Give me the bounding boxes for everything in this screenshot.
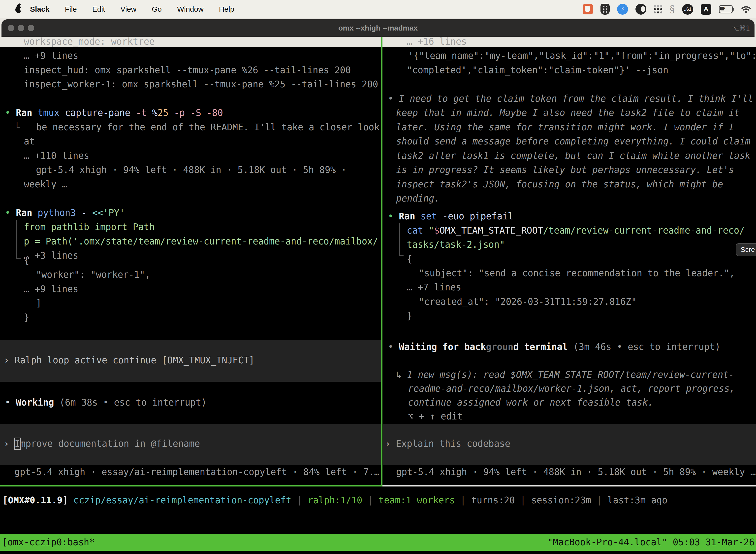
pane-border-right	[382, 485, 756, 487]
tmux-session-name: [omx-cczip0:bash*	[2, 535, 95, 550]
shield-dots	[603, 6, 605, 7]
menu-file[interactable]: File	[65, 5, 77, 13]
pane-border-left	[0, 485, 381, 487]
terminal-line: {	[407, 252, 412, 266]
terminal-line: └ be necessary for the end of the README…	[14, 120, 379, 134]
terminal-content: workspace_mode: worktree… +9 linesinspec…	[0, 37, 756, 554]
prompt-text-left[interactable]: › Improve documentation in @filename	[4, 437, 200, 451]
omx-status-line: [OMX#0.11.9] cczip/essay/ai-reimplementa…	[2, 493, 668, 508]
omx-status-bar: [OMX#0.11.9] cczip/essay/ai-reimplementa…	[0, 493, 756, 508]
indent-guide	[399, 223, 403, 256]
terminal-line: ]	[36, 296, 42, 311]
terminal-line: inspect_hud: omx sparkshell --tmux-pane …	[24, 63, 351, 77]
squiggle-icon[interactable]: §	[670, 3, 675, 15]
prompt-text-right[interactable]: › Explain this codebase	[385, 437, 510, 451]
terminal-line: … +3 lines	[24, 248, 78, 263]
terminal-line: … +110 lines	[24, 149, 89, 163]
menu-bar: SlackFileEditViewGoWindowHelp ⚡ § ..61 A…	[0, 0, 756, 18]
terminal-line: task2 after task1 is complete, but can I…	[396, 149, 750, 163]
terminal-line: should send a message before completing …	[396, 134, 750, 149]
terminal-line: '{"team_name":"my-team","task_id":"1","f…	[408, 49, 756, 63]
terminal-line: tasks/task-2.json"	[407, 237, 505, 252]
terminal-line: • I need to get the claim token from the…	[388, 92, 753, 106]
window-title-bar: omx --xhigh --madmax ⌥⌘1	[1, 19, 755, 37]
terminal-line: ⌥ + ↑ edit	[408, 409, 462, 424]
screen-tooltip[interactable]: Scre	[736, 243, 756, 256]
terminal-line: at	[24, 134, 35, 149]
menu-items: SlackFileEditViewGoWindowHelp	[30, 5, 234, 13]
badge-61-icon[interactable]: ..61	[682, 4, 693, 15]
terminal-line: is in progress? It seems likely but perh…	[396, 163, 734, 177]
terminal-line: {	[24, 254, 29, 268]
apple-menu-icon[interactable]	[15, 6, 21, 13]
terminal-line: "subject": "send a concise recommendatio…	[419, 266, 735, 280]
terminal-line: ↳ 1 new msg(s): read $OMX_TEAM_STATE_ROO…	[396, 368, 734, 382]
shield-grid-icon[interactable]	[601, 4, 610, 15]
waiting-status: • Waiting for background terminal (3m 46…	[388, 340, 720, 354]
terminal-line: gpt-5.4 xhigh · 94% left · 488K in · 5.1…	[36, 163, 347, 177]
terminal-line: "worker": "worker-1",	[36, 268, 150, 282]
window-title: omx --xhigh --madmax	[1, 19, 755, 37]
menu-edit[interactable]: Edit	[92, 5, 105, 13]
terminal-line: keep that in mind. Maybe I also need the…	[396, 106, 739, 120]
terminal-line: … +9 lines	[24, 282, 78, 296]
terminal-line: continue assigned work or next feasible …	[408, 395, 653, 410]
pane-divider[interactable]	[381, 37, 382, 487]
session-info-right: gpt-5.4 xhigh · 94% left · 488K in · 5.1…	[396, 465, 756, 479]
terminal-line: pending.	[396, 191, 440, 206]
lightning-icon: ⚡	[723, 6, 726, 11]
menu-slack[interactable]: Slack	[30, 5, 49, 13]
menu-window[interactable]: Window	[177, 5, 204, 13]
menu-view[interactable]: View	[120, 5, 136, 13]
terminal-line: • Ran set -euo pipefail	[388, 209, 513, 224]
messenger-icon[interactable]: ⚡	[617, 4, 628, 15]
tmux-host-clock: "MacBook-Pro-44.local" 05:03 31-Mar-26	[548, 535, 755, 550]
terminal-line: cat "$OMX_TEAM_STATE_ROOT/team/review-cu…	[407, 223, 745, 238]
tmux-status-bar: [omx-cczip0:bash*"MacBook-Pro-44.local" …	[0, 534, 756, 551]
terminal-line: weekly …	[24, 177, 67, 191]
window-shortcut: ⌥⌘1	[732, 19, 750, 37]
grid-dots	[654, 5, 656, 7]
keynote-circle-icon[interactable]	[635, 4, 646, 15]
terminal-line: "created_at": "2026-03-31T11:59:27.816Z"	[419, 295, 637, 309]
ralph-loop-status: › Ralph loop active continue [OMX_TMUX_I…	[4, 353, 254, 368]
terminal-line: inspect task2's JSON, focusing on the st…	[396, 177, 723, 191]
dots-grid-icon[interactable]	[654, 5, 662, 13]
menu-status-icons: ⚡ § ..61 A ⚡	[583, 3, 752, 15]
terminal-line: }	[24, 311, 29, 325]
terminal-line: • Ran python3 - <<'PY'	[5, 206, 125, 220]
chat-app-icon[interactable]	[583, 4, 593, 14]
terminal-line: … +9 lines	[24, 49, 78, 63]
wifi-icon[interactable]	[740, 5, 752, 14]
menu-help[interactable]: Help	[219, 5, 234, 13]
terminal-line: inspect_worker-1: omx sparkshell --tmux-…	[24, 77, 378, 92]
terminal-line: "completed","claim_token":"claim-token"}…	[407, 63, 669, 77]
terminal-line: • Ran tmux capture-pane -t %25 -p -S -80	[5, 106, 223, 120]
menu-go[interactable]: Go	[152, 5, 162, 13]
terminal-line: … +7 lines	[407, 280, 461, 295]
battery-charging-icon[interactable]: ⚡	[719, 5, 733, 13]
terminal-line: readme-and-reco/mailbox/worker-1.json, a…	[408, 382, 735, 396]
input-source-icon[interactable]: A	[701, 4, 711, 15]
terminal-line: later. Using the same for transition mig…	[396, 120, 734, 134]
terminal-line: }	[407, 309, 412, 323]
working-status: • Working (6m 38s • esc to interrupt)	[5, 395, 207, 410]
terminal-line: from pathlib import Path	[24, 220, 154, 234]
indent-guide	[16, 220, 20, 259]
terminal-line: p = Path('.omx/state/team/review-current…	[24, 234, 378, 249]
session-info-left: gpt-5.4 xhigh · essay/ai-reimplementatio…	[14, 465, 379, 479]
